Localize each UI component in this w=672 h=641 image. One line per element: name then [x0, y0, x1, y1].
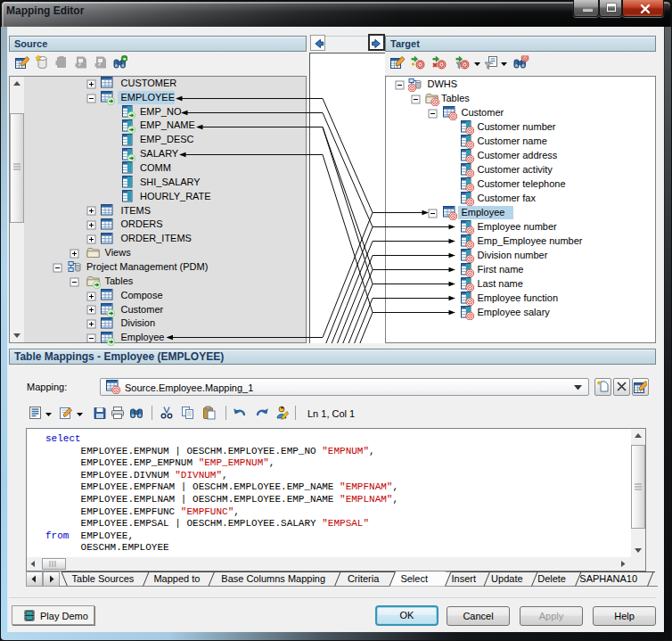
svg-text:Mapped to: Mapped to: [153, 573, 200, 584]
svg-text:Select: Select: [400, 573, 428, 584]
svg-text:Base Columns Mapping: Base Columns Mapping: [221, 573, 325, 584]
svg-text:SAPHANA10: SAPHANA10: [579, 573, 637, 584]
svg-text:Criteria: Criteria: [348, 573, 380, 584]
svg-text:Table Sources: Table Sources: [72, 573, 135, 584]
svg-text:Delete: Delete: [537, 573, 566, 584]
svg-text:Update: Update: [491, 573, 522, 584]
svg-text:Insert: Insert: [452, 573, 477, 584]
